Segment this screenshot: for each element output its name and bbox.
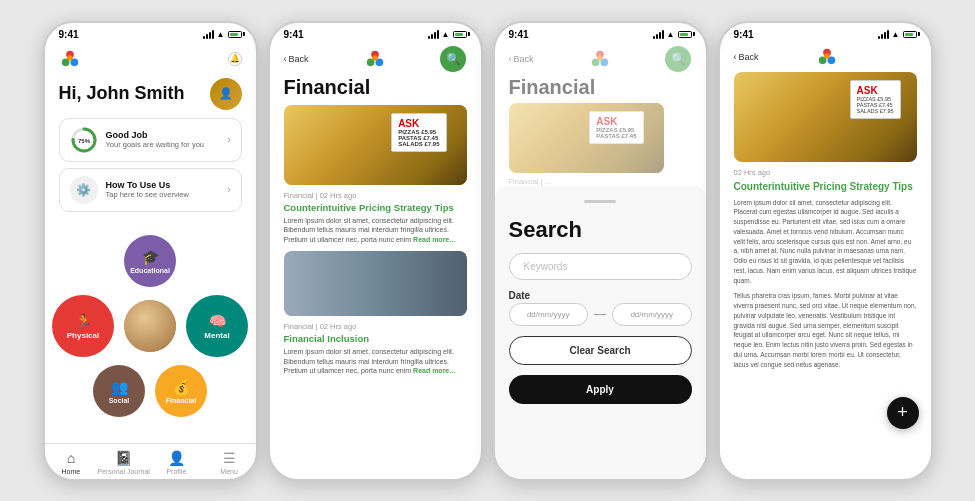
battery-icon xyxy=(228,31,242,38)
card1-arrow: › xyxy=(227,134,230,145)
svg-point-14 xyxy=(597,55,603,61)
svg-point-18 xyxy=(824,53,830,59)
apply-button[interactable]: Apply xyxy=(509,375,692,404)
card2-sub: Tap here to see overview xyxy=(106,190,220,199)
article1-body: Lorem ipsum dolor sit amet, consectetur … xyxy=(270,216,481,251)
fab-button[interactable]: + xyxy=(887,397,919,429)
category-educational[interactable]: 🎓 Educational xyxy=(124,235,176,287)
drawer-handle xyxy=(584,200,616,203)
category-social[interactable]: 👥 Social xyxy=(93,365,145,417)
signal-icon-2 xyxy=(428,30,439,39)
search-button-2[interactable]: 🔍 xyxy=(440,46,466,72)
app-logo xyxy=(59,48,81,70)
article4-body2: Tellus pharetra cras ipsum, fames. Morbi… xyxy=(734,291,917,369)
read-more-1[interactable]: Read more... xyxy=(413,236,455,243)
nav-journal[interactable]: 📓 Personal Journal xyxy=(97,450,150,475)
time-1: 9:41 xyxy=(59,29,79,40)
screen3-header: ‹ Back 🔍 xyxy=(495,42,706,76)
status-icons-2: ▲ xyxy=(428,30,467,39)
search-overlay-panel: Search Keywords Date dd/mm/yyyy — dd/mm/… xyxy=(495,186,706,479)
article4-title: Counterintuitive Pricing Strategy Tips xyxy=(734,180,917,193)
time-3: 9:41 xyxy=(509,29,529,40)
article4-body1: Lorem ipsum dolor sit amet, consectetur … xyxy=(734,198,917,286)
screen4-header: ‹ Back xyxy=(720,42,931,72)
card1-title: Good Job xyxy=(106,130,220,140)
app-logo-4 xyxy=(816,46,838,68)
status-icons-3: ▲ xyxy=(653,30,692,39)
category-financial[interactable]: 💰 Financial xyxy=(155,365,207,417)
nav-profile[interactable]: 👤 Profile xyxy=(150,450,203,475)
keywords-input[interactable]: Keywords xyxy=(509,253,692,280)
signal-icon xyxy=(203,30,214,39)
article2-title[interactable]: Financial Inclusion xyxy=(270,333,481,347)
wifi-icon-4: ▲ xyxy=(892,30,900,39)
card2-icon: ⚙️ xyxy=(70,176,98,204)
article2-image xyxy=(284,251,467,316)
battery-icon-3 xyxy=(678,31,692,38)
user-avatar-center xyxy=(124,300,176,352)
date-to-input[interactable]: dd/mm/yyyy xyxy=(612,303,692,326)
phone-screen-1: 9:41 ▲ 🔔 xyxy=(43,21,258,481)
card1-sub: Your goals are waiting for you xyxy=(106,140,220,149)
bottom-navigation: ⌂ Home 📓 Personal Journal 👤 Profile ☰ Me… xyxy=(45,443,256,479)
article4-meta: 02 Hrs ago xyxy=(734,168,917,177)
phone-screen-2: 9:41 ▲ ‹ Back xyxy=(268,21,483,481)
svg-point-3 xyxy=(67,55,73,61)
app-logo-3 xyxy=(589,48,611,70)
greeting-text: Hi, John Smith xyxy=(59,83,185,104)
article1-title[interactable]: Counterintuitive Pricing Strategy Tips xyxy=(270,202,481,216)
article4-image: ASK PIZZAS £5.95 PASTAS £7.45 SALADS £7.… xyxy=(734,72,917,162)
date-label: Date xyxy=(509,290,692,301)
phone-screen-4: 9:41 ▲ ‹ Back xyxy=(718,21,933,481)
signal-icon-4 xyxy=(878,30,889,39)
wifi-icon: ▲ xyxy=(217,30,225,39)
battery-icon-4 xyxy=(903,31,917,38)
article2-body: Lorem ipsum dolor sit amet, consectetur … xyxy=(270,347,481,382)
card2-arrow: › xyxy=(227,184,230,195)
progress-icon: 75% xyxy=(70,126,98,154)
search-button-3[interactable]: 🔍 xyxy=(665,46,691,72)
phone-screen-3: 9:41 ▲ ‹ Back xyxy=(493,21,708,481)
search-panel-title: Search xyxy=(509,217,692,243)
time-2: 9:41 xyxy=(284,29,304,40)
blurred-meta: Financial | ... xyxy=(509,177,692,186)
clear-search-button[interactable]: Clear Search xyxy=(509,336,692,365)
screen1-content: 🔔 Hi, John Smith 👤 75% xyxy=(45,42,256,479)
notification-icon[interactable]: 🔔 xyxy=(228,52,242,66)
article1-image: ASK PIZZAS £5.95 PASTAS £7.45 SALADS £7.… xyxy=(284,105,467,185)
back-button-2[interactable]: ‹ Back xyxy=(284,54,309,64)
battery-icon-2 xyxy=(453,31,467,38)
greeting-section: Hi, John Smith 👤 xyxy=(45,74,256,118)
screen3-title: Financial xyxy=(509,76,692,99)
read-more-2[interactable]: Read more... xyxy=(413,367,455,374)
back-button-4[interactable]: ‹ Back xyxy=(734,52,759,62)
screen1-header: 🔔 xyxy=(45,42,256,74)
status-icons-1: ▲ xyxy=(203,30,242,39)
screen3-content: ‹ Back 🔍 Financial ASK xyxy=(495,42,706,479)
app-logo-2 xyxy=(364,48,386,70)
how-to-card[interactable]: ⚙️ How To Use Us Tap here to see overvie… xyxy=(59,168,242,212)
screen2-content: ‹ Back 🔍 Financial ASK PIZZAS £5.95 xyxy=(270,42,481,479)
time-4: 9:41 xyxy=(734,29,754,40)
svg-text:75%: 75% xyxy=(77,138,90,144)
signal-icon-3 xyxy=(653,30,664,39)
categories-grid: 🎓 Educational 🏃 Physical 🧠 Mental xyxy=(45,218,256,443)
nav-menu[interactable]: ☰ Menu xyxy=(203,450,256,475)
category-mental[interactable]: 🧠 Mental xyxy=(186,295,248,357)
back-button-3[interactable]: ‹ Back xyxy=(509,54,534,64)
status-bar-2: 9:41 ▲ xyxy=(270,23,481,42)
date-separator: — xyxy=(594,307,606,321)
screen2-header: ‹ Back 🔍 xyxy=(270,42,481,76)
article2-meta: Financial | 02 Hrs ago xyxy=(270,322,481,333)
svg-point-10 xyxy=(372,55,378,61)
wifi-icon-3: ▲ xyxy=(667,30,675,39)
user-avatar[interactable]: 👤 xyxy=(210,78,242,110)
category-physical[interactable]: 🏃 Physical xyxy=(52,295,114,357)
card2-title: How To Use Us xyxy=(106,180,220,190)
good-job-card[interactable]: 75% Good Job Your goals are waiting for … xyxy=(59,118,242,162)
wifi-icon-2: ▲ xyxy=(442,30,450,39)
date-from-input[interactable]: dd/mm/yyyy xyxy=(509,303,589,326)
nav-home[interactable]: ⌂ Home xyxy=(45,450,98,475)
ask-sign: ASK PIZZAS £5.95 PASTAS £7.45 SALADS £7.… xyxy=(391,113,446,152)
status-bar-4: 9:41 ▲ xyxy=(720,23,931,42)
